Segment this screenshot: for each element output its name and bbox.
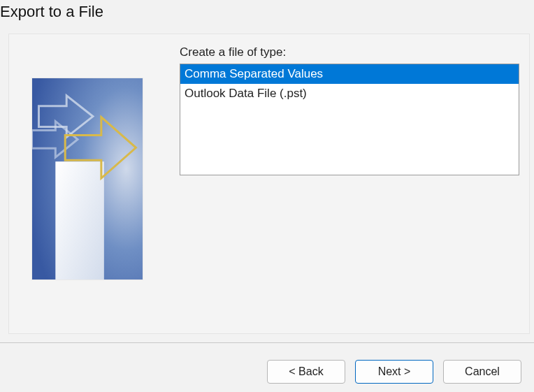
- wizard-button-row: < Back Next > Cancel: [267, 360, 521, 384]
- file-type-option-pst[interactable]: Outlook Data File (.pst): [180, 84, 519, 103]
- back-button[interactable]: < Back: [267, 360, 345, 384]
- cancel-button[interactable]: Cancel: [443, 360, 521, 384]
- svg-rect-1: [55, 161, 104, 280]
- file-type-option-csv[interactable]: Comma Separated Values: [180, 64, 519, 84]
- file-type-label: Create a file of type:: [180, 45, 517, 59]
- wizard-content-panel: Create a file of type: Comma Separated V…: [8, 34, 530, 334]
- wizard-illustration: [31, 78, 143, 280]
- file-type-form: Create a file of type: Comma Separated V…: [180, 45, 517, 175]
- file-type-listbox[interactable]: Comma Separated Values Outlook Data File…: [180, 64, 519, 175]
- dialog-title: Export to a File: [0, 0, 534, 34]
- separator: [0, 342, 534, 343]
- export-arrows-icon: [32, 78, 143, 280]
- next-button[interactable]: Next >: [355, 360, 433, 384]
